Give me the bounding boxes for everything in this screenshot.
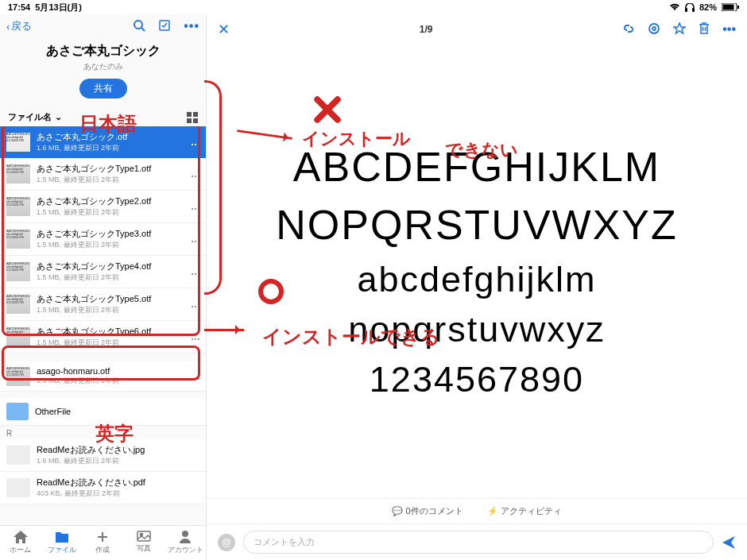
file-thumb-icon [6,446,30,465]
status-time: 17:54 5月13日(月) [8,2,82,14]
svg-point-5 [134,21,142,29]
status-indicators: 82% [669,2,739,12]
sidebar: ‹ 戻る ••• あさご本丸ゴシック あなたのみ 共有 ファイル名 ⌄ [0,14,207,560]
tab-home[interactable]: ホーム [0,526,41,560]
battery-icon [722,3,739,11]
comments-count[interactable]: 💬 0件のコメント [392,505,463,517]
file-item[interactable]: ReadMeお読みください.jpg1.6 MB, 最終更新日 2年前 [0,439,206,472]
back-button[interactable]: ‹ 戻る [6,19,32,33]
svg-rect-9 [193,112,198,117]
link-icon[interactable] [622,22,635,37]
folder-title: あさご本丸ゴシック [8,43,198,60]
svg-rect-8 [187,112,192,117]
grid-view-icon[interactable] [187,112,198,123]
chevron-down-icon: ⌄ [55,112,62,122]
chevron-left-icon: ‹ [6,21,10,33]
trash-icon[interactable] [699,22,710,37]
wifi-icon [669,3,680,11]
file-list: ABCDEFGHIJKLabcdefghijkl0123456789 あさご本丸… [0,126,206,525]
circle-icon[interactable] [648,22,660,37]
tab-photo[interactable]: 写真 [123,526,164,560]
close-icon[interactable]: ✕ [218,21,230,38]
svg-point-18 [652,27,656,30]
tab-account[interactable]: アカウント [164,526,206,560]
bottom-tabs: ホーム ファイル 作成 写真 アカウント [0,525,206,560]
folder-sub: あなたのみ [8,61,198,72]
star-icon[interactable] [673,22,686,37]
svg-rect-4 [737,6,739,9]
section-header: R [0,426,206,439]
svg-rect-1 [692,8,695,12]
annotation-box-english [2,346,200,380]
send-icon[interactable] [722,535,736,550]
svg-point-17 [649,24,659,33]
edit-icon[interactable] [158,19,171,33]
annotation-arrow [204,329,244,331]
tab-create[interactable]: 作成 [83,526,124,560]
headphones-icon [685,3,695,12]
preview-body[interactable]: ABCDEFGHIJKLM NOPQRSTUVWXYZ abcdefghijkl… [207,44,747,498]
sort-label[interactable]: ファイル名 [8,111,52,123]
at-icon: @ [218,534,235,551]
activity-link[interactable]: ⚡ アクティビティ [487,505,562,517]
comment-input[interactable]: コメントを入力 [243,531,714,554]
page-indicator: 1/9 [241,24,611,35]
tab-file[interactable]: ファイル [41,526,83,560]
annotation-box-japanese [2,126,200,336]
status-bar: 17:54 5月13日(月) 82% [0,0,747,14]
svg-rect-10 [187,118,192,123]
svg-line-6 [141,28,145,31]
svg-point-16 [182,531,188,537]
annotation-x-mark [310,92,345,127]
file-item[interactable]: ReadMeお読みください.pdf403 KB, 最終更新日 2年前 [0,472,206,504]
svg-point-15 [141,534,143,536]
font-preview: ABCDEFGHIJKLM NOPQRSTUVWXYZ abcdefghijkl… [276,138,678,404]
more-icon[interactable]: ••• [722,22,736,37]
svg-rect-0 [685,8,687,12]
folder-icon [6,403,29,420]
annotation-brace [204,80,222,295]
search-icon[interactable] [133,19,145,33]
preview-pane: ✕ 1/9 ••• ABCDEFGHIJKLM NOPQRSTUVWXYZ ab… [207,14,747,560]
share-button[interactable]: 共有 [79,79,127,98]
more-icon[interactable]: ••• [184,19,199,33]
battery-percent: 82% [699,2,717,12]
folder-item[interactable]: OtherFile [0,398,206,426]
svg-rect-11 [193,118,198,123]
file-thumb-icon [6,478,30,497]
svg-rect-3 [723,5,734,10]
